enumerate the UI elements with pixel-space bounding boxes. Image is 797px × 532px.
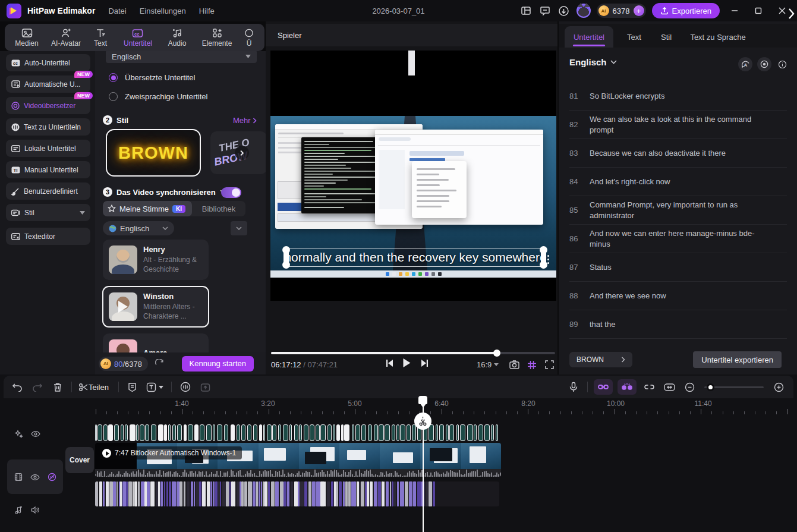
voice-card-henry[interactable]: Henry Alt - Erzählung & Geschichte (103, 240, 209, 280)
video-viewport[interactable]: normally and then the recovery key somew… (270, 51, 556, 301)
eye-icon[interactable] (30, 474, 40, 481)
text-box-button[interactable] (143, 378, 168, 396)
speaker-icon[interactable] (30, 506, 40, 514)
eye-icon[interactable] (31, 430, 40, 437)
split-label[interactable]: Teilen (89, 383, 109, 392)
delete-button[interactable] (48, 378, 68, 396)
sync-toggle[interactable] (221, 187, 241, 198)
sidebar-item-automatische-u[interactable]: Automatische U... NEW (6, 75, 90, 93)
minimize-button[interactable] (726, 2, 744, 19)
subtitle-row[interactable]: 86And now we can enter here manage-minus… (569, 225, 787, 253)
tabbar-more-chevron-icon[interactable] (786, 7, 796, 20)
locate-icon[interactable] (757, 57, 771, 71)
subtitle-row[interactable]: 87Status (569, 253, 787, 282)
voice-filter-dropdown[interactable] (231, 221, 247, 235)
seek-bar[interactable] (271, 352, 555, 354)
tab-untertitel-right[interactable]: Untertitel (565, 26, 613, 48)
unlink-clips-button[interactable] (639, 378, 659, 396)
snapshot-button[interactable] (509, 360, 519, 369)
style-quick-button[interactable]: BROWN (569, 352, 632, 367)
tab-meine-stimme[interactable]: Meine Stimme KI (103, 201, 192, 216)
tab-text[interactable]: Text (86, 27, 115, 48)
style-carousel-next-button[interactable] (235, 146, 249, 160)
subtitle-row[interactable]: 88And there we see now (569, 282, 787, 310)
maximize-button[interactable] (749, 2, 767, 19)
subtitle-row[interactable]: 85Command Prompt, very important to run … (569, 196, 787, 225)
voiceover-mic-button[interactable] (563, 378, 584, 396)
subtitle-left-handle[interactable] (283, 250, 289, 265)
zoom-out-button[interactable] (679, 378, 700, 396)
tab-stil-right[interactable]: Stil (654, 26, 679, 48)
subtitle-row[interactable]: 82We can also take a look at this in the… (569, 111, 787, 139)
add-credits-icon[interactable]: + (634, 5, 644, 16)
video-clip[interactable]: 7:47 Bitlocker Automatisch Windows-1 (95, 443, 501, 477)
sidebar-item-videouebersetzer[interactable]: Videoübersetzer NEW (6, 97, 90, 114)
sidebar-item-manual-untertitel[interactable]: T Manual Untertitel (6, 161, 90, 178)
aspect-ratio-select[interactable]: 16:9 (477, 360, 499, 369)
timeline-zoom-slider[interactable] (704, 386, 764, 388)
playhead-handle[interactable] (418, 396, 427, 404)
cover-button[interactable]: Cover (65, 447, 94, 473)
menu-hilfe[interactable]: Hilfe (199, 7, 215, 15)
tab-text-right[interactable]: Text (620, 26, 648, 48)
fit-timeline-button[interactable] (659, 378, 679, 396)
subtitle-row[interactable]: 89that the (569, 310, 787, 339)
tab-text-zu-sprache[interactable]: Text zu Sprache (685, 26, 751, 48)
subtitle-track[interactable] (95, 424, 501, 441)
subtitle-row[interactable]: 83Because we can also deactivate it ther… (569, 139, 787, 168)
refresh-icon[interactable] (155, 359, 164, 368)
prev-frame-button[interactable] (386, 359, 393, 367)
subtitle-row[interactable]: 81So BitLocker encrypts (569, 82, 787, 111)
radio-uebersetzte-untertitel[interactable]: Übersetzte Untertitel (109, 73, 196, 82)
seek-thumb[interactable] (493, 350, 500, 357)
sidebar-item-text-zu-untertiteln[interactable]: Text zu Untertiteln (6, 118, 90, 136)
voice-card-winston[interactable]: Winston Mittleren Alters - Charaktere ..… (103, 287, 209, 327)
link-clips-button[interactable] (594, 379, 613, 395)
export-subtitles-button[interactable]: Untertitel exportieren (693, 351, 782, 368)
user-avatar[interactable] (577, 4, 591, 18)
subtitle-overlay[interactable]: normally and then the recovery key somew… (286, 248, 544, 267)
tab-ai-avatar[interactable]: AI-Avatar (46, 27, 86, 48)
sidebar-item-texteditor[interactable]: Texteditor (6, 228, 90, 245)
subtitle-language-select[interactable]: Englisch (569, 57, 617, 67)
audio-muted-icon[interactable] (48, 473, 56, 481)
subtitle-options-dots[interactable] (547, 255, 549, 264)
fullscreen-button[interactable] (545, 360, 554, 369)
menu-einstellungen[interactable]: Einstellungen (140, 7, 186, 15)
grid-overlay-button[interactable] (527, 360, 537, 370)
tab-audio[interactable]: Audio (160, 27, 194, 48)
layout-icon[interactable] (519, 4, 533, 17)
download-icon[interactable] (557, 4, 571, 17)
menu-datei[interactable]: Datei (108, 7, 126, 15)
timeline-ruler[interactable]: 1:40 3:20 5:00 6:40 8:20 10:00 11:40 (0, 399, 797, 415)
tab-elemente[interactable]: Elemente (194, 27, 240, 48)
translate-all-icon[interactable]: A (738, 57, 752, 71)
sidebar-item-auto-untertitel[interactable]: cc Auto-Untertitel (6, 54, 90, 71)
split-at-playhead-button[interactable] (414, 413, 431, 430)
subtitle-right-handle[interactable] (541, 250, 546, 265)
zoom-in-button[interactable] (768, 378, 789, 396)
compound-clip-button[interactable] (196, 378, 216, 396)
target-language-select[interactable]: Englisch (106, 51, 257, 63)
sidebar-item-benutzerdefiniert[interactable]: Benutzerdefiniert (6, 182, 90, 200)
zoom-slider-thumb[interactable] (707, 383, 714, 391)
voice-language-select[interactable]: Englisch (103, 221, 174, 235)
marker-badge-button[interactable] (122, 378, 143, 396)
feedback-icon[interactable] (538, 4, 552, 17)
audio-track[interactable] (95, 481, 499, 506)
play-button[interactable] (402, 358, 411, 368)
export-button[interactable]: Exportieren (652, 3, 720, 18)
tab-medien[interactable]: Medien (7, 27, 46, 48)
sidebar-item-lokale-untertitel[interactable]: Lokale Untertitel (6, 140, 90, 157)
start-recognition-button[interactable]: Kennung starten (182, 356, 254, 372)
tab-uebersetzer-partial[interactable]: Ü (240, 27, 258, 48)
sidebar-item-stil[interactable]: Stil (6, 204, 90, 221)
next-frame-button[interactable] (421, 359, 429, 367)
more-styles-link[interactable]: Mehr (233, 116, 257, 125)
undo-button[interactable] (7, 378, 27, 396)
redo-button[interactable] (27, 378, 48, 396)
speech-to-text-button[interactable] (175, 378, 196, 396)
radio-zweisprachige-untertitel[interactable]: Zweisprachige Untertitel (109, 92, 207, 101)
info-icon[interactable] (775, 57, 789, 71)
style-card-brown[interactable]: BROWN (106, 129, 201, 177)
